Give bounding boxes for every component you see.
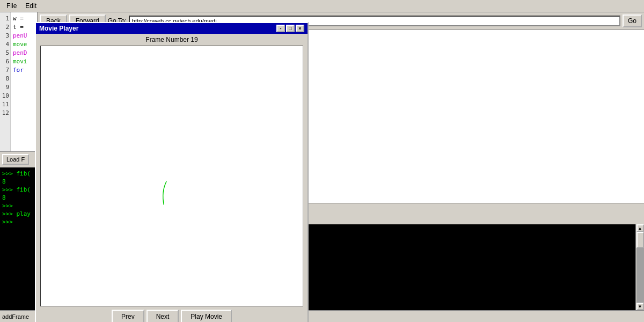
scroll-down-arrow[interactable]: ▼: [636, 303, 644, 310]
minimize-button[interactable]: -: [276, 25, 285, 32]
close-button[interactable]: ×: [296, 25, 304, 32]
next-button[interactable]: Next: [147, 310, 179, 322]
movie-player-window: Movie Player - □ × Frame Number 19 Prev …: [35, 22, 309, 322]
scroll-up-arrow[interactable]: ▲: [636, 224, 644, 232]
menu-bar: File Edit: [0, 0, 644, 12]
left-panel: 123456 789101112 w = t = penU move penD …: [0, 12, 38, 322]
console-line: >>> play: [2, 210, 35, 218]
frame-label: Frame Number 19: [36, 34, 308, 46]
code-content: w = t = penU move penD movi for: [11, 12, 30, 151]
console-line: >>>: [2, 218, 35, 226]
prev-button[interactable]: Prev: [112, 310, 144, 322]
load-button[interactable]: Load F: [2, 154, 29, 165]
console-line: >>> fib(: [2, 186, 35, 194]
movie-canvas: [40, 46, 303, 306]
console-line: 8: [2, 194, 35, 202]
scrollbar[interactable]: ▲ ▼: [635, 224, 644, 310]
code-editor[interactable]: 123456 789101112 w = t = penU move penD …: [0, 12, 37, 151]
menu-edit[interactable]: Edit: [21, 1, 41, 11]
console-area[interactable]: >>> fib( 8 >>> fib( 8 >>> >>> play >>>: [0, 167, 37, 311]
console-line: 8: [2, 178, 35, 186]
status-left-text: addFrame: [2, 313, 29, 320]
status-bar-left: addFrame: [0, 310, 37, 322]
movie-titlebar-buttons: - □ ×: [276, 25, 304, 32]
menu-file[interactable]: File: [2, 1, 21, 11]
console-line: >>> fib(: [2, 170, 35, 178]
go-button[interactable]: Go: [623, 14, 642, 27]
main-area: 123456 789101112 w = t = penU move penD …: [0, 12, 644, 322]
scroll-thumb[interactable]: [636, 232, 644, 248]
line-numbers: 123456 789101112: [0, 12, 11, 151]
movie-titlebar: Movie Player - □ ×: [36, 23, 308, 34]
play-movie-button[interactable]: Play Movie: [181, 310, 232, 322]
movie-controls: Prev Next Play Movie: [36, 306, 308, 322]
maximize-button[interactable]: □: [286, 25, 295, 32]
console-line: >>>: [2, 202, 35, 210]
load-bar: Load F: [0, 151, 37, 167]
movie-title: Movie Player: [39, 25, 78, 32]
scroll-track: [636, 232, 644, 303]
